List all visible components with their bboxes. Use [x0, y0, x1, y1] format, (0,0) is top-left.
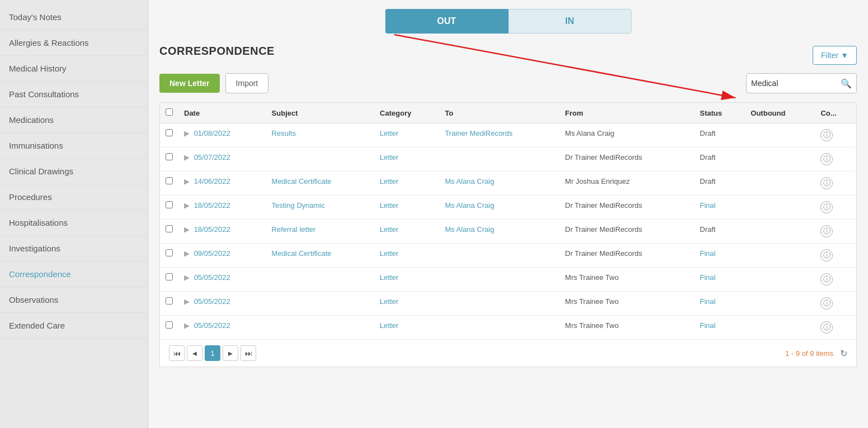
category-link[interactable]: Letter [380, 129, 398, 137]
row-date: ▶ 01/08/2022 [178, 123, 266, 148]
category-link[interactable]: Letter [380, 153, 398, 161]
sidebar-item-observations[interactable]: Observations [0, 287, 148, 313]
col-checkbox [160, 103, 178, 123]
toggle-bar: OUT IN [148, 0, 868, 34]
sidebar-item-clinical-drawings[interactable]: Clinical Drawings [0, 159, 148, 184]
page-info: 1 - 9 of 9 items [785, 349, 833, 358]
sidebar-item-medical-history[interactable]: Medical History [0, 56, 148, 82]
col-outbound: Outbound [745, 103, 815, 123]
info-icon[interactable]: ⓘ [820, 273, 833, 286]
row-outbound [745, 196, 815, 220]
row-subject [266, 292, 375, 316]
row-checkbox[interactable] [166, 249, 173, 256]
refresh-icon[interactable]: ↻ [840, 348, 847, 359]
sidebar-item-immunisations[interactable]: Immunisations [0, 133, 148, 159]
date-link[interactable]: 05/05/2022 [194, 321, 230, 330]
search-icon[interactable]: 🔍 [841, 78, 852, 89]
info-icon[interactable]: ⓘ [820, 225, 833, 237]
table-row: ▶ 14/06/2022 Medical Certificate Letter … [160, 172, 856, 196]
row-from: Mrs Trainee Two [559, 268, 694, 292]
date-link[interactable]: 05/05/2022 [194, 297, 230, 306]
row-status: Draft [694, 220, 745, 244]
row-to [440, 148, 560, 172]
row-checkbox[interactable] [166, 297, 173, 305]
row-status: Final [694, 268, 745, 292]
row-checkbox[interactable] [166, 153, 173, 160]
row-outbound [745, 292, 815, 316]
filter-button[interactable]: Filter ▼ [813, 46, 857, 65]
row-info: ⓘ [815, 268, 856, 292]
to-link[interactable]: Trainer MediRecords [445, 129, 513, 137]
info-icon[interactable]: ⓘ [820, 153, 833, 165]
out-toggle-button[interactable]: OUT [385, 9, 508, 34]
subject-link[interactable]: Medical Certificate [272, 249, 332, 258]
row-checkbox[interactable] [166, 321, 173, 329]
next-page-button[interactable]: ► [223, 345, 238, 361]
info-icon[interactable]: ⓘ [820, 249, 833, 261]
row-checkbox[interactable] [166, 129, 173, 136]
in-toggle-button[interactable]: IN [508, 9, 631, 34]
sidebar-item-hospitalisations[interactable]: Hospitalisations [0, 210, 148, 236]
info-icon[interactable]: ⓘ [820, 321, 833, 334]
date-link[interactable]: 05/07/2022 [194, 153, 230, 161]
row-checkbox[interactable] [166, 201, 173, 208]
category-link[interactable]: Letter [380, 225, 398, 234]
first-page-button[interactable]: ⏮ [169, 345, 185, 361]
date-link[interactable]: 01/08/2022 [194, 129, 230, 137]
last-page-button[interactable]: ⏭ [240, 345, 256, 361]
row-checkbox[interactable] [166, 273, 173, 280]
table-row: ▶ 05/07/2022 Letter Dr Trainer MediRecor… [160, 148, 856, 172]
info-icon[interactable]: ⓘ [820, 177, 833, 189]
subject-link[interactable]: Referral letter [272, 225, 316, 234]
sidebar-item-medications[interactable]: Medications [0, 107, 148, 133]
select-all-checkbox[interactable] [166, 108, 173, 116]
category-link[interactable]: Letter [380, 201, 398, 210]
sidebar-item-extended-care[interactable]: Extended Care [0, 313, 148, 339]
to-link[interactable]: Ms Alana Craig [445, 225, 494, 234]
date-link[interactable]: 14/06/2022 [194, 177, 230, 186]
sidebar-item-today-s-notes[interactable]: Today's Notes [0, 4, 148, 30]
row-checkbox-cell [160, 220, 178, 244]
category-link[interactable]: Letter [380, 321, 398, 330]
subject-link[interactable]: Medical Certificate [272, 177, 332, 186]
prev-page-button[interactable]: ◄ [187, 345, 202, 361]
row-from: Mr Joshua Enriquez [559, 172, 694, 196]
row-subject [266, 268, 375, 292]
row-checkbox-cell [160, 292, 178, 316]
import-button[interactable]: Import [225, 73, 269, 93]
row-checkbox-cell [160, 196, 178, 220]
subject-link[interactable]: Results [272, 129, 296, 137]
category-link[interactable]: Letter [380, 273, 398, 282]
page-1-button[interactable]: 1 [205, 345, 220, 361]
category-link[interactable]: Letter [380, 297, 398, 306]
category-link[interactable]: Letter [380, 177, 398, 186]
sidebar-item-allergies---reactions[interactable]: Allergies & Reactions [0, 30, 148, 56]
date-link[interactable]: 05/05/2022 [194, 273, 230, 282]
sidebar-item-investigations[interactable]: Investigations [0, 236, 148, 261]
row-info: ⓘ [815, 148, 856, 172]
sidebar-item-past-consultations[interactable]: Past Consultations [0, 82, 148, 107]
info-icon[interactable]: ⓘ [820, 297, 833, 310]
col-from: From [559, 103, 694, 123]
category-link[interactable]: Letter [380, 249, 398, 258]
to-link[interactable]: Ms Alana Craig [445, 201, 494, 210]
row-to [440, 268, 560, 292]
info-icon[interactable]: ⓘ [820, 129, 833, 141]
row-from: Mrs Trainee Two [559, 292, 694, 316]
sidebar-item-procedures[interactable]: Procedures [0, 184, 148, 210]
date-link[interactable]: 18/05/2022 [194, 225, 230, 234]
info-icon[interactable]: ⓘ [820, 201, 833, 213]
subject-link[interactable]: Testing Dynamic [272, 201, 325, 210]
row-date: ▶ 14/06/2022 [178, 172, 266, 196]
date-link[interactable]: 09/05/2022 [194, 249, 230, 258]
new-letter-button[interactable]: New Letter [159, 74, 220, 93]
row-outbound [745, 172, 815, 196]
row-checkbox[interactable] [166, 177, 173, 184]
row-checkbox[interactable] [166, 225, 173, 232]
to-link[interactable]: Ms Alana Craig [445, 177, 494, 186]
search-input[interactable] [751, 79, 841, 88]
row-checkbox-cell [160, 268, 178, 292]
date-link[interactable]: 18/05/2022 [194, 201, 230, 210]
sidebar-item-correspondence[interactable]: Correspondence [0, 261, 148, 287]
col-status: Status [694, 103, 745, 123]
